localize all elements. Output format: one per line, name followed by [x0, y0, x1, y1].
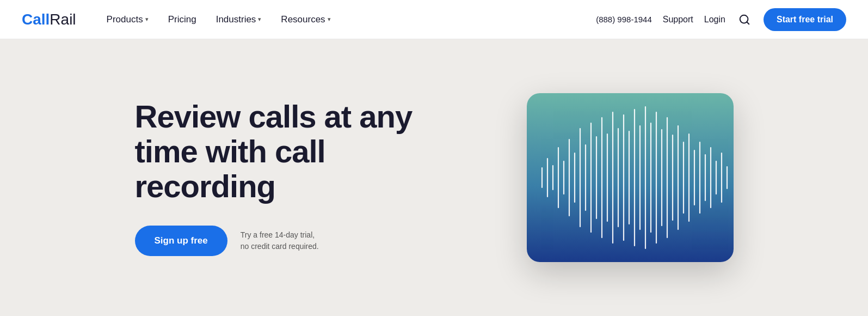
nav-resources-label: Resources [281, 14, 325, 25]
nav-right: (888) 998-1944 Support Login Start free … [596, 8, 846, 31]
trial-note-line2: no credit card required. [241, 242, 319, 251]
hero-illustration [527, 93, 734, 262]
navbar: CallRail Products ▾ Pricing Industries ▾… [0, 0, 868, 39]
trial-note: Try a free 14-day trial, no credit card … [241, 229, 319, 252]
logo[interactable]: CallRail [22, 11, 76, 28]
hero-actions: Sign up free Try a free 14-day trial, no… [135, 226, 461, 256]
search-icon [738, 14, 750, 26]
phone-number: (888) 998-1944 [596, 15, 652, 24]
nav-item-pricing[interactable]: Pricing [159, 10, 205, 29]
login-link[interactable]: Login [704, 15, 725, 25]
nav-industries-label: Industries [216, 14, 256, 25]
chevron-down-icon-3: ▾ [328, 16, 331, 23]
search-button[interactable] [736, 11, 753, 28]
waveform-card [527, 93, 734, 262]
chevron-down-icon-2: ▾ [258, 16, 261, 23]
nav-item-products[interactable]: Products ▾ [98, 10, 157, 29]
signup-button[interactable]: Sign up free [135, 226, 227, 256]
svg-line-1 [747, 22, 749, 24]
hero-content: Review calls at any time with call recor… [135, 99, 461, 256]
nav-item-industries[interactable]: Industries ▾ [207, 10, 270, 29]
nav-products-label: Products [107, 14, 143, 25]
nav-item-resources[interactable]: Resources ▾ [272, 10, 339, 29]
support-link[interactable]: Support [663, 15, 693, 25]
hero-section: Review calls at any time with call recor… [0, 39, 868, 316]
chevron-down-icon: ▾ [145, 16, 149, 23]
hero-heading: Review calls at any time with call recor… [135, 99, 461, 203]
start-trial-button[interactable]: Start free trial [764, 8, 846, 31]
waveform-visualization [527, 93, 734, 262]
nav-links: Products ▾ Pricing Industries ▾ Resource… [98, 10, 596, 29]
trial-note-line1: Try a free 14-day trial, [241, 230, 315, 239]
logo-call: Call [22, 11, 50, 28]
nav-pricing-label: Pricing [168, 14, 196, 25]
logo-rail: Rail [50, 11, 76, 28]
